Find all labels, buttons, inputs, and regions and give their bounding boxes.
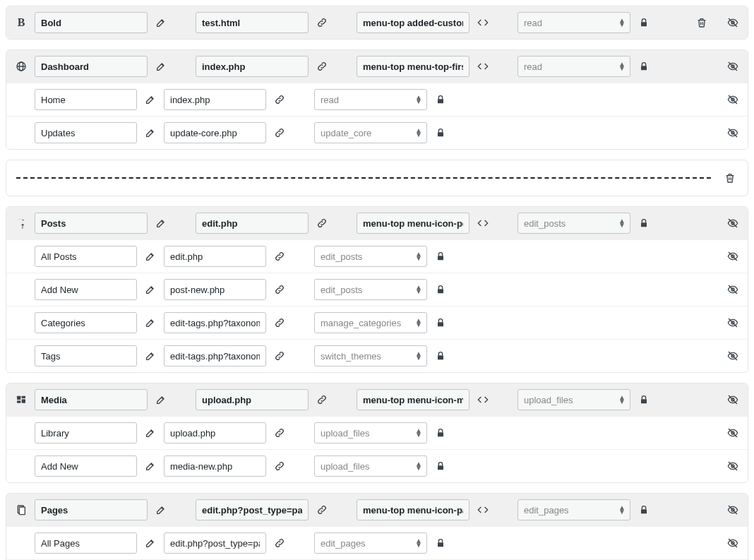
capability-select[interactable]: edit_pages ▲▼ [517,499,630,520]
submenu-title-input[interactable] [35,279,137,300]
edit-subtitle-icon[interactable] [143,458,158,474]
submenu-url-input[interactable] [164,422,266,443]
edit-subtitle-icon[interactable] [143,348,158,364]
submenu-capability-select[interactable]: update_core ▲▼ [314,122,427,143]
visibility-toggle-icon[interactable] [725,502,741,518]
link-icon[interactable] [272,249,287,264]
visibility-toggle-icon[interactable] [725,458,741,474]
submenu-capability-select[interactable]: manage_categories ▲▼ [314,312,427,333]
submenu-title-input[interactable] [35,345,137,367]
menu-classes-input[interactable] [357,56,469,77]
globe-icon[interactable] [13,59,29,74]
submenu-capability-select[interactable]: edit_posts ▲▼ [314,279,427,300]
delete-separator-icon[interactable] [722,170,738,186]
submenu-title-input[interactable] [35,422,137,443]
link-icon[interactable] [314,502,330,518]
code-icon[interactable] [475,502,491,518]
code-icon[interactable] [475,215,491,231]
link-icon[interactable] [272,348,287,364]
link-icon[interactable] [272,125,287,141]
menu-classes-input[interactable] [357,12,469,33]
menu-title-input[interactable] [35,213,148,234]
submenu-capability-select[interactable]: upload_files ▲▼ [314,422,427,443]
capability-select[interactable]: read ▲▼ [517,56,630,77]
capability-select[interactable]: edit_posts ▲▼ [517,213,630,234]
edit-subtitle-icon[interactable] [143,535,158,551]
menu-classes-input[interactable] [357,389,469,410]
link-icon[interactable] [314,215,330,231]
pages-icon[interactable] [13,502,29,518]
capability-select[interactable]: read ▲▼ [517,12,630,33]
link-icon[interactable] [272,458,287,474]
submenu-title-input[interactable] [35,532,137,554]
visibility-toggle-icon[interactable] [725,348,741,364]
edit-title-icon[interactable] [153,59,169,74]
submenu-url-input[interactable] [164,455,266,477]
visibility-toggle-icon[interactable] [725,425,741,441]
menu-url-input[interactable] [196,499,309,520]
bold-icon[interactable]: B [13,15,29,30]
submenu-url-input[interactable] [164,532,266,554]
submenu-title-input[interactable] [35,312,137,333]
code-icon[interactable] [475,15,491,30]
menu-url-input[interactable] [196,389,309,410]
delete-menu-icon[interactable] [694,15,710,30]
edit-subtitle-icon[interactable] [143,249,158,264]
edit-title-icon[interactable] [153,502,169,518]
link-icon[interactable] [272,535,287,551]
edit-subtitle-icon[interactable] [143,425,158,441]
submenu-url-input[interactable] [164,246,266,267]
edit-subtitle-icon[interactable] [143,125,158,141]
submenu-title-input[interactable] [35,122,137,143]
menu-url-input[interactable] [196,56,309,77]
visibility-toggle-icon[interactable] [725,282,741,297]
visibility-toggle-icon[interactable] [725,215,741,231]
submenu-capability-select[interactable]: edit_pages ▲▼ [314,532,427,554]
visibility-toggle-icon[interactable] [725,92,741,107]
submenu-title-input[interactable] [35,455,137,477]
link-icon[interactable] [314,15,330,30]
submenu-url-input[interactable] [164,89,266,110]
menu-title-input[interactable] [35,56,148,77]
link-icon[interactable] [314,392,330,407]
capability-select[interactable]: upload_files ▲▼ [517,389,630,410]
visibility-toggle-icon[interactable] [725,392,741,407]
submenu-capability-select[interactable]: switch_themes ▲▼ [314,345,427,367]
visibility-toggle-icon[interactable] [725,249,741,264]
submenu-title-input[interactable] [35,89,137,110]
menu-title-input[interactable] [35,389,148,410]
media-icon[interactable] [13,392,29,407]
menu-classes-input[interactable] [357,499,469,520]
submenu-capability-select[interactable]: read ▲▼ [314,89,427,110]
submenu-url-input[interactable] [164,345,266,367]
visibility-toggle-icon[interactable] [725,15,741,30]
edit-subtitle-icon[interactable] [143,92,158,107]
edit-title-icon[interactable] [153,15,169,30]
menu-url-input[interactable] [196,12,309,33]
submenu-url-input[interactable] [164,312,266,333]
edit-title-icon[interactable] [153,215,169,231]
visibility-toggle-icon[interactable] [725,315,741,330]
link-icon[interactable] [272,315,287,330]
pin-icon[interactable] [13,215,29,231]
submenu-url-input[interactable] [164,279,266,300]
link-icon[interactable] [314,59,330,74]
submenu-url-input[interactable] [164,122,266,143]
visibility-toggle-icon[interactable] [725,59,741,74]
edit-subtitle-icon[interactable] [143,282,158,297]
code-icon[interactable] [475,392,491,407]
visibility-toggle-icon[interactable] [725,535,741,551]
edit-subtitle-icon[interactable] [143,315,158,330]
link-icon[interactable] [272,92,287,107]
link-icon[interactable] [272,425,287,441]
menu-url-input[interactable] [196,213,309,234]
edit-title-icon[interactable] [153,392,169,407]
menu-title-input[interactable] [35,499,148,520]
visibility-toggle-icon[interactable] [725,125,741,141]
submenu-capability-select[interactable]: upload_files ▲▼ [314,455,427,477]
submenu-capability-select[interactable]: edit_posts ▲▼ [314,246,427,267]
link-icon[interactable] [272,282,287,297]
submenu-title-input[interactable] [35,246,137,267]
menu-classes-input[interactable] [357,213,469,234]
menu-title-input[interactable] [35,12,148,33]
